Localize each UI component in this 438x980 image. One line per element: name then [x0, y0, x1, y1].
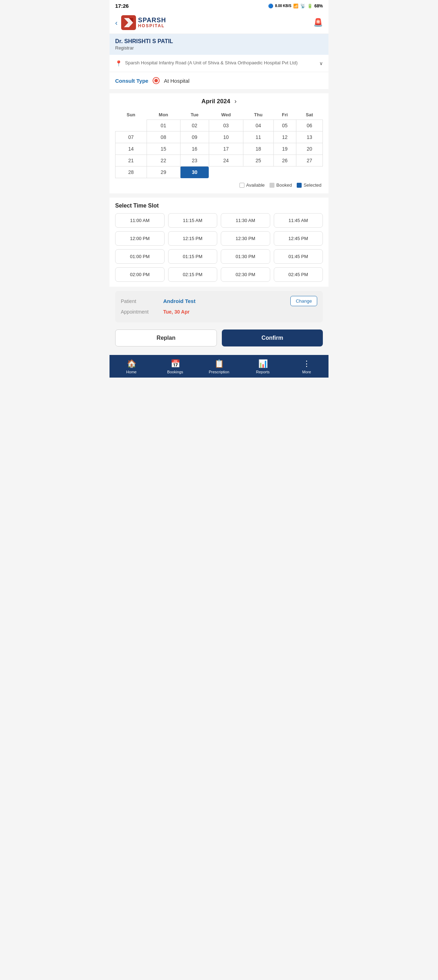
nav-label-home: Home	[126, 370, 136, 374]
time-slot-6[interactable]: 12:30 PM	[221, 231, 270, 246]
legend-available-label: Available	[246, 183, 265, 188]
weekday-thu: Thu	[243, 110, 273, 120]
nav-item-bookings[interactable]: 📅 Bookings	[153, 355, 197, 377]
logo-sparsh: SPARSH	[138, 17, 167, 24]
replan-button[interactable]: Replan	[115, 329, 217, 347]
radio-button[interactable]	[152, 77, 160, 84]
calendar-day-13[interactable]: 13	[296, 132, 322, 143]
time-slot-14[interactable]: 02:30 PM	[221, 267, 270, 282]
calendar-day-16[interactable]: 16	[180, 143, 209, 155]
appointment-date: Tue, 30 Apr	[163, 309, 190, 315]
calendar-day-07[interactable]: 07	[116, 132, 147, 143]
calendar-day-01[interactable]: 01	[147, 120, 180, 132]
calendar-day-09[interactable]: 09	[180, 132, 209, 143]
patient-label: Patient	[121, 298, 163, 304]
time-slot-2[interactable]: 11:30 AM	[221, 213, 270, 228]
status-bar: 17:26 🔵 8.00 KB/S 📶 📡 🔋 68%	[110, 0, 328, 12]
calendar-day-21[interactable]: 21	[116, 155, 147, 167]
weekday-mon: Mon	[147, 110, 180, 120]
calendar-grid: Sun Mon Tue Wed Thu Fri Sat 01 02 03 04 …	[115, 110, 323, 178]
time-slot-7[interactable]: 12:45 PM	[274, 231, 323, 246]
calendar-day-24[interactable]: 24	[209, 155, 243, 167]
time-slot-10[interactable]: 01:30 PM	[221, 249, 270, 264]
appointment-label: Appointment	[121, 309, 163, 315]
calendar-day-10[interactable]: 10	[209, 132, 243, 143]
time-slot-title: Select Time Slot	[115, 202, 323, 209]
calendar-day-03[interactable]: 03	[209, 120, 243, 132]
calendar-header: April 2024 ›	[115, 97, 323, 105]
legend-selected: Selected	[297, 183, 321, 188]
bluetooth-icon: 🔵	[268, 3, 273, 8]
app-header: ‹ SPARSH HOSPITAL 🚨	[110, 12, 328, 34]
calendar-day-04[interactable]: 04	[243, 120, 273, 132]
calendar-day-19[interactable]: 19	[273, 143, 296, 155]
time-slot-15[interactable]: 02:45 PM	[274, 267, 323, 282]
calendar-day-15[interactable]: 15	[147, 143, 180, 155]
calendar-day-29[interactable]: 29	[147, 167, 180, 178]
time-slot-11[interactable]: 01:45 PM	[274, 249, 323, 264]
nav-icon-prescription: 📋	[214, 359, 224, 368]
calendar-day-02[interactable]: 02	[180, 120, 209, 132]
nav-item-home[interactable]: 🏠 Home	[110, 355, 153, 377]
doctor-info: Dr. SHRISHTI S PATIL Registrar	[110, 34, 328, 55]
calendar-day-11[interactable]: 11	[243, 132, 273, 143]
signal-icon: 📡	[300, 3, 306, 8]
calendar-day-25[interactable]: 25	[243, 155, 273, 167]
patient-row: Patient Android Test Change	[121, 296, 317, 306]
calendar-day-12[interactable]: 12	[273, 132, 296, 143]
calendar-next-button[interactable]: ›	[235, 97, 236, 105]
battery-icon: 🔋	[307, 3, 313, 8]
bottom-navigation: 🏠 Home 📅 Bookings 📋 Prescription 📊 Repor…	[110, 355, 328, 377]
legend-available: Available	[240, 183, 265, 188]
calendar-day-27[interactable]: 27	[296, 155, 322, 167]
time-slot-12[interactable]: 02:00 PM	[115, 267, 165, 282]
nav-item-more[interactable]: ⋮ More	[285, 355, 328, 377]
time-slot-4[interactable]: 12:00 PM	[115, 231, 165, 246]
calendar-day-20[interactable]: 20	[296, 143, 322, 155]
appointment-row: Appointment Tue, 30 Apr	[121, 309, 317, 315]
calendar-day-23[interactable]: 23	[180, 155, 209, 167]
nav-label-bookings: Bookings	[167, 370, 183, 374]
nav-icon-reports: 📊	[258, 359, 268, 368]
time-slot-9[interactable]: 01:15 PM	[168, 249, 217, 264]
weekday-sun: Sun	[116, 110, 147, 120]
calendar-day-17[interactable]: 17	[209, 143, 243, 155]
confirm-button[interactable]: Confirm	[222, 329, 323, 347]
calendar-day-28[interactable]: 28	[116, 167, 147, 178]
patient-section: Patient Android Test Change Appointment …	[115, 291, 323, 323]
calendar-day-26[interactable]: 26	[273, 155, 296, 167]
nav-item-reports[interactable]: 📊 Reports	[241, 355, 285, 377]
empty-cell-5	[296, 167, 322, 178]
calendar-day-05[interactable]: 05	[273, 120, 296, 132]
calendar-day-30[interactable]: 30	[180, 167, 209, 178]
weekday-tue: Tue	[180, 110, 209, 120]
consult-type-section: Consult Type At Hospital	[110, 72, 328, 89]
network-speed: 8.00 KB/S	[275, 4, 291, 8]
calendar-section: April 2024 › Sun Mon Tue Wed Thu Fri Sat…	[110, 93, 328, 193]
wifi-icon: 📶	[293, 3, 298, 8]
time-slot-0[interactable]: 11:00 AM	[115, 213, 165, 228]
empty-cell	[116, 120, 147, 132]
calendar-day-08[interactable]: 08	[147, 132, 180, 143]
calendar-day-22[interactable]: 22	[147, 155, 180, 167]
nav-item-prescription[interactable]: 📋 Prescription	[197, 355, 241, 377]
weekday-fri: Fri	[273, 110, 296, 120]
nav-label-more: More	[302, 370, 311, 374]
change-patient-button[interactable]: Change	[290, 296, 317, 306]
calendar-day-18[interactable]: 18	[243, 143, 273, 155]
nav-label-prescription: Prescription	[209, 370, 229, 374]
time-slot-13[interactable]: 02:15 PM	[168, 267, 217, 282]
empty-cell-2	[209, 167, 243, 178]
back-button[interactable]: ‹	[115, 19, 117, 27]
time-slot-5[interactable]: 12:15 PM	[168, 231, 217, 246]
nav-label-reports: Reports	[256, 370, 270, 374]
alert-icon[interactable]: 🚨	[313, 18, 323, 27]
hospital-location[interactable]: 📍 Sparsh Hospital Infantry Road (A Unit …	[110, 55, 328, 72]
calendar-day-14[interactable]: 14	[116, 143, 147, 155]
legend-available-box	[240, 183, 244, 188]
weekday-wed: Wed	[209, 110, 243, 120]
calendar-day-06[interactable]: 06	[296, 120, 322, 132]
time-slot-8[interactable]: 01:00 PM	[115, 249, 165, 264]
time-slot-1[interactable]: 11:15 AM	[168, 213, 217, 228]
time-slot-3[interactable]: 11:45 AM	[274, 213, 323, 228]
